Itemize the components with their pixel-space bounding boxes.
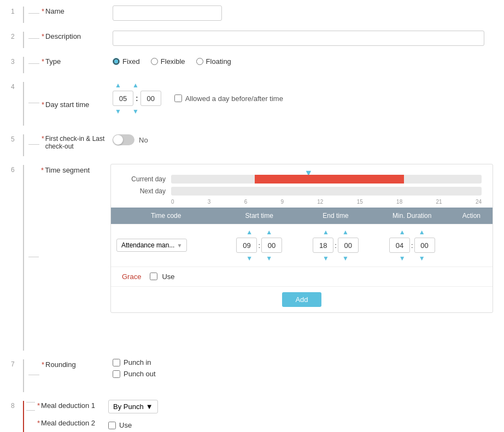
- duration-cell: ▲ ▲ 04 : 00 ▼: [374, 224, 450, 267]
- segment-box: ▼ Current day Next day 0 3 6 9: [110, 164, 493, 313]
- grace-row: Grace Use: [111, 267, 493, 286]
- meal-1-dropdown-arrow: ▼: [146, 403, 153, 411]
- checkin-label: * First check-in & Last check-out: [42, 133, 113, 150]
- meal-2-content: Use: [108, 421, 158, 429]
- punch-out-check[interactable]: Punch out: [113, 370, 493, 378]
- hour-down-button[interactable]: ▼: [113, 107, 124, 116]
- end-hour-box: 18: [313, 238, 333, 253]
- row-num-7: 7: [11, 358, 21, 368]
- next-day-label: Next day: [122, 187, 166, 195]
- allowed-day-check: Allowed a day before/after time: [174, 94, 283, 103]
- meal-1-dropdown[interactable]: By Punch ▼: [108, 400, 158, 413]
- col-header-duration: Min. Duration: [374, 208, 450, 224]
- meal-2-checkbox[interactable]: [108, 422, 116, 429]
- row-num-1: 1: [11, 5, 21, 15]
- type-content: Fixed Flexible Floating: [113, 56, 493, 66]
- punch-out-checkbox[interactable]: [113, 370, 120, 378]
- current-day-row: Current day: [122, 175, 482, 184]
- start-time-cell: ▲ ▲ 09 : 00 ▼: [221, 224, 297, 267]
- type-fixed-radio[interactable]: [113, 58, 120, 65]
- toggle-label: No: [139, 136, 148, 144]
- description-content: [113, 31, 493, 46]
- add-button[interactable]: Add: [282, 292, 321, 307]
- dur-hour-up[interactable]: ▲: [397, 228, 408, 236]
- end-hour-up[interactable]: ▲: [320, 228, 331, 236]
- name-input[interactable]: [113, 5, 222, 21]
- next-day-bar: [171, 187, 482, 196]
- dur-hour-down[interactable]: ▼: [397, 254, 408, 263]
- grace-label: Grace: [122, 273, 141, 281]
- description-input[interactable]: [113, 31, 484, 46]
- hour-up-col: ▲: [113, 81, 124, 90]
- punch-in-check[interactable]: Punch in: [113, 358, 493, 366]
- rounding-content: Punch in Punch out: [113, 358, 493, 381]
- punch-in-checkbox[interactable]: [113, 359, 120, 366]
- time-code-dropdown[interactable]: Attendance man... ▼: [116, 239, 187, 252]
- min-down-button[interactable]: ▼: [130, 107, 141, 116]
- type-label: * Type: [42, 56, 113, 66]
- row-num-5: 5: [11, 133, 21, 143]
- end-hour-down[interactable]: ▼: [320, 254, 331, 263]
- next-day-row: Next day: [122, 187, 482, 196]
- start-min-box: 00: [261, 238, 282, 253]
- day-start-label: * Day start time: [42, 81, 113, 109]
- hour-box: 05: [113, 91, 133, 106]
- row-time-segment: 6 * Time segment ▼ Current day Next day: [11, 164, 493, 351]
- end-min-up[interactable]: ▲: [340, 228, 351, 236]
- add-row: Add: [111, 286, 493, 312]
- col-header-end: End time: [297, 208, 374, 224]
- day-start-content: ▲ ▲ 05 : 00 Allowed a day before/after t…: [113, 81, 493, 116]
- type-floating-radio[interactable]: [196, 58, 203, 65]
- toggle-wrap: No: [113, 134, 493, 145]
- use-label: Use: [162, 273, 174, 281]
- meal-deduction-1-label: * Meal deduction 1: [37, 400, 108, 410]
- row-num-2: 2: [11, 31, 21, 40]
- toggle-knob: [113, 135, 123, 145]
- timeline-axis: 0 3 6 9 12 15 18 21 24: [122, 199, 482, 205]
- dur-min-up[interactable]: ▲: [417, 228, 427, 236]
- current-day-red: [255, 175, 404, 184]
- description-label: * Description: [42, 31, 113, 40]
- min-up-button[interactable]: ▲: [130, 81, 141, 90]
- row-checkin: 5 * First check-in & Last check-out No: [11, 133, 493, 156]
- type-flexible-radio[interactable]: [151, 58, 158, 65]
- start-hour-box: 09: [236, 238, 257, 253]
- row-rounding: 7 * Rounding Punch in Punch out: [11, 358, 493, 392]
- row-type: 3 * Type Fixed Flexible Floating: [11, 56, 493, 73]
- end-min-box: 00: [338, 238, 359, 253]
- allowed-day-checkbox[interactable]: [174, 94, 182, 102]
- current-day-label: Current day: [122, 175, 166, 183]
- minute-box: 00: [140, 91, 161, 106]
- end-time-cell: ▲ ▲ 18 : 00 ▼: [297, 224, 374, 267]
- type-floating[interactable]: Floating: [196, 57, 231, 66]
- dur-min-box: 00: [414, 238, 435, 253]
- col-header-action: Action: [450, 208, 493, 224]
- type-flexible[interactable]: Flexible: [151, 57, 185, 66]
- use-checkbox[interactable]: [150, 273, 157, 280]
- checkin-toggle[interactable]: [113, 134, 134, 145]
- row-num-4: 4: [11, 81, 21, 91]
- rounding-label: * Rounding: [42, 358, 113, 369]
- min-up-col: ▲: [130, 81, 141, 90]
- col-header-start: Start time: [221, 208, 297, 224]
- dur-hour-box: 04: [389, 238, 410, 253]
- dur-min-down[interactable]: ▼: [417, 254, 427, 263]
- type-fixed[interactable]: Fixed: [113, 57, 140, 66]
- end-min-down[interactable]: ▼: [340, 254, 351, 263]
- row-num-6: 6: [11, 164, 21, 174]
- meal-1-content: By Punch ▼: [108, 400, 158, 413]
- checkin-content: No: [113, 133, 493, 145]
- dropdown-arrow-icon: ▼: [177, 242, 182, 248]
- start-min-up[interactable]: ▲: [263, 228, 274, 236]
- min-down-col: ▼: [130, 107, 141, 116]
- table-row: Attendance man... ▼ ▲ ▲: [111, 224, 493, 267]
- row-name: 1 * Name: [11, 5, 493, 23]
- start-hour-up[interactable]: ▲: [244, 228, 255, 236]
- start-min-down[interactable]: ▼: [263, 254, 274, 263]
- name-label: * Name: [42, 5, 113, 15]
- start-hour-down[interactable]: ▼: [244, 254, 255, 263]
- hour-up-button[interactable]: ▲: [113, 81, 124, 90]
- time-segment-content: ▼ Current day Next day 0 3 6 9: [110, 164, 493, 313]
- name-content: [113, 5, 493, 21]
- timeline-area: ▼ Current day Next day 0 3 6 9: [111, 164, 493, 208]
